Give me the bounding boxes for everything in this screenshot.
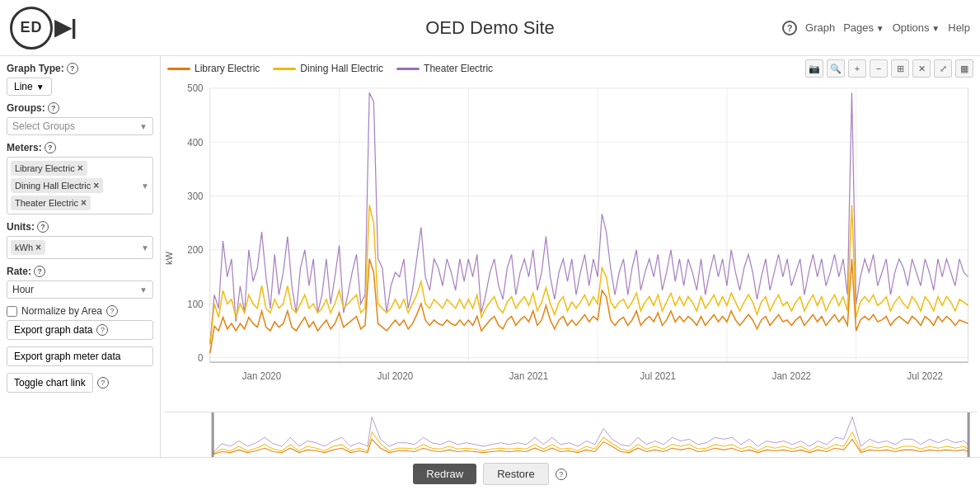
units-dropdown-arrow-icon: ▼ — [141, 243, 149, 252]
meter-tag-theater: Theater Electric × — [11, 196, 91, 210]
camera-icon[interactable]: 📷 — [805, 59, 823, 78]
meter-tag-library: Library Electric × — [11, 161, 87, 176]
meters-label: Meters: ? — [7, 142, 153, 153]
legend-line-library — [167, 68, 190, 70]
restore-button[interactable]: Restore — [483, 463, 549, 485]
svg-text:Jul 2021: Jul 2021 — [640, 370, 676, 381]
main-chart-svg: 500 400 300 200 100 0 — [176, 79, 977, 412]
svg-text:Jul 2022: Jul 2022 — [907, 370, 943, 381]
y-axis-label: kW — [164, 227, 174, 265]
svg-text:500: 500 — [187, 82, 204, 93]
legend-item-dining: Dining Hall Electric — [273, 63, 383, 74]
pan-icon[interactable]: ⊞ — [891, 59, 909, 78]
svg-text:Jul 2020: Jul 2020 — [377, 370, 414, 381]
groups-dropdown[interactable]: Select Groups ▼ — [7, 117, 153, 135]
chart-svg-container[interactable]: 500 400 300 200 100 0 — [176, 79, 977, 412]
logo-area: ED ▶| — [10, 7, 77, 49]
groups-info-icon[interactable]: ? — [48, 102, 59, 114]
rate-value: Hour — [12, 284, 34, 295]
toggle-chart-info-icon[interactable]: ? — [97, 377, 109, 389]
normalize-section: Normalize by Area ? — [7, 305, 153, 317]
svg-text:200: 200 — [187, 244, 204, 255]
svg-text:0: 0 — [198, 352, 204, 363]
minus-icon[interactable]: − — [870, 59, 888, 78]
nav-pages-dropdown[interactable]: Pages — [843, 21, 884, 34]
graph-type-section: Graph Type: ? Line ▼ — [7, 63, 153, 96]
toggle-chart-button[interactable]: Toggle chart link — [7, 373, 93, 393]
export-meter-button[interactable]: Export graph meter data — [7, 346, 153, 366]
meter-tag-dining-remove[interactable]: × — [93, 180, 99, 191]
meters-tag-container[interactable]: Library Electric × Dining Hall Electric … — [7, 157, 153, 214]
meter-tag-theater-label: Theater Electric — [15, 198, 78, 208]
svg-text:Jan 2021: Jan 2021 — [509, 370, 548, 381]
chart-legend: Library Electric Dining Hall Electric Th… — [167, 63, 493, 74]
meter-tag-library-remove[interactable]: × — [77, 163, 83, 174]
units-section: Units: ? kWh × ▼ — [7, 221, 153, 259]
nav-help-link[interactable]: Help — [948, 21, 970, 34]
export-graph-label: Export graph data — [14, 324, 92, 336]
graph-type-button[interactable]: Line ▼ — [7, 78, 52, 96]
graph-type-value: Line — [14, 81, 33, 92]
toggle-chart-label: Toggle chart link — [14, 377, 86, 389]
svg-text:100: 100 — [187, 298, 204, 309]
bar-icon[interactable]: ▦ — [955, 59, 973, 78]
unit-tag-kwh-label: kWh — [15, 243, 33, 252]
graph-type-arrow-icon: ▼ — [36, 82, 45, 92]
meter-tag-library-label: Library Electric — [15, 163, 75, 173]
legend-label-theater: Theater Electric — [424, 63, 493, 74]
nav-help-icon[interactable]: ? — [782, 21, 797, 35]
legend-line-dining — [273, 68, 296, 70]
logo-text: ED — [20, 19, 42, 36]
export-graph-button[interactable]: Export graph data ? — [7, 320, 153, 340]
units-info-icon[interactable]: ? — [37, 221, 49, 233]
toggle-chart-section: Toggle chart link ? — [7, 373, 153, 393]
normalize-checkbox[interactable] — [7, 306, 17, 317]
fullscreen-icon[interactable]: ⤢ — [934, 59, 952, 78]
chart-toolbar: Library Electric Dining Hall Electric Th… — [164, 59, 977, 78]
legend-item-theater: Theater Electric — [396, 63, 493, 74]
bottom-buttons: Redraw Restore ? — [0, 457, 980, 490]
unit-tag-kwh: kWh × — [11, 240, 45, 255]
meters-dropdown-arrow-icon: ▼ — [141, 181, 149, 191]
export-meter-section: Export graph meter data — [7, 346, 153, 366]
svg-rect-29 — [968, 412, 970, 457]
meters-info-icon[interactable]: ? — [45, 142, 56, 153]
redraw-button[interactable]: Redraw — [413, 464, 476, 484]
bottom-info-icon[interactable]: ? — [556, 469, 567, 480]
page-title: OED Demo Site — [425, 17, 555, 39]
plus-icon[interactable]: + — [848, 59, 866, 78]
unit-tag-kwh-remove[interactable]: × — [35, 242, 41, 253]
rate-label: Rate: ? — [7, 266, 153, 277]
reset-icon[interactable]: ✕ — [912, 59, 931, 78]
export-graph-info-icon[interactable]: ? — [96, 324, 108, 336]
normalize-label[interactable]: Normalize by Area — [21, 305, 102, 317]
rate-section: Rate: ? Hour ▼ — [7, 266, 153, 299]
units-label: Units: ? — [7, 221, 153, 233]
groups-section: Groups: ? Select Groups ▼ — [7, 102, 153, 135]
mini-chart-svg — [179, 412, 977, 457]
groups-dropdown-arrow-icon: ▼ — [139, 122, 148, 131]
rate-dropdown[interactable]: Hour ▼ — [7, 280, 153, 299]
rate-info-icon[interactable]: ? — [34, 266, 45, 277]
sidebar: Graph Type: ? Line ▼ Groups: ? Select Gr… — [0, 56, 161, 457]
legend-label-library: Library Electric — [195, 63, 260, 74]
export-graph-section: Export graph data ? — [7, 320, 153, 340]
nav-options-dropdown[interactable]: Options — [893, 21, 940, 34]
normalize-info-icon[interactable]: ? — [106, 305, 118, 317]
meter-tag-theater-remove[interactable]: × — [81, 197, 87, 209]
svg-text:400: 400 — [187, 136, 204, 147]
nav-graph-link[interactable]: Graph — [805, 21, 835, 34]
legend-label-dining: Dining Hall Electric — [300, 63, 383, 74]
chart-icons: 📷 🔍 + − ⊞ ✕ ⤢ ▦ — [805, 59, 973, 78]
svg-text:Jan 2020: Jan 2020 — [242, 370, 282, 381]
graph-type-info-icon[interactable]: ? — [67, 63, 78, 74]
export-meter-label: Export graph meter data — [14, 351, 120, 362]
legend-item-library: Library Electric — [167, 63, 260, 74]
zoom-in-icon[interactable]: 🔍 — [827, 59, 845, 78]
svg-rect-28 — [212, 412, 214, 457]
graph-type-label: Graph Type: ? — [7, 63, 153, 74]
units-container[interactable]: kWh × ▼ — [7, 236, 153, 259]
mini-chart-container[interactable] — [179, 412, 977, 457]
meter-tag-dining: Dining Hall Electric × — [11, 178, 103, 193]
meter-tag-dining-label: Dining Hall Electric — [15, 181, 91, 191]
